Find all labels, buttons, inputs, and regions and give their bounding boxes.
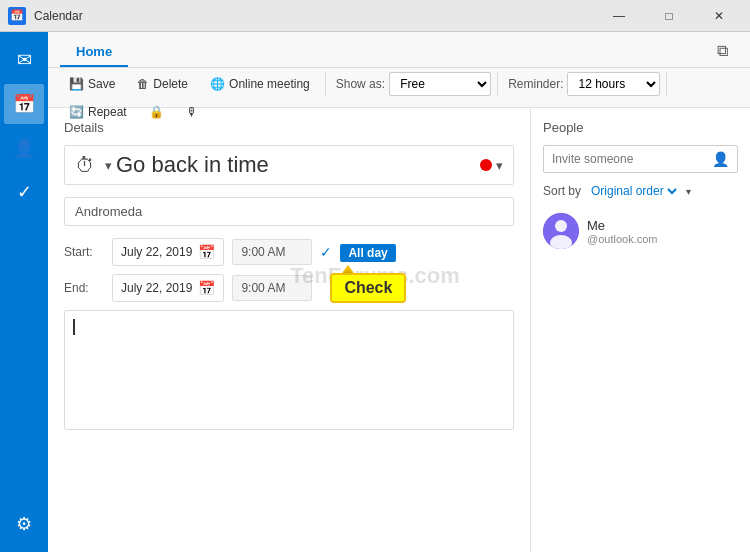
person-name-me: Me: [587, 218, 657, 233]
sidebar-item-mail[interactable]: ✉: [4, 40, 44, 80]
notes-area[interactable]: [64, 310, 514, 430]
show-as-label: Show as:: [336, 77, 385, 91]
end-date-picker[interactable]: July 22, 2019 📅: [112, 274, 224, 302]
app-container: ✉ 📅 👤 ✓ ⚙ Home ⧉ 💾 Save 🗑 D: [0, 32, 750, 552]
online-meeting-label: Online meeting: [229, 77, 310, 91]
toolbar: 💾 Save 🗑 Delete 🌐 Online meeting Show as…: [48, 68, 750, 108]
sidebar-item-people[interactable]: 👤: [4, 128, 44, 168]
show-as-select[interactable]: Free Busy Tentative Out of Office: [389, 72, 491, 96]
allday-label: All day: [340, 244, 395, 262]
app-icon: 📅: [8, 7, 26, 25]
start-date-value: July 22, 2019: [121, 245, 192, 259]
calendar-icon-start: 📅: [198, 244, 215, 260]
delete-icon: 🗑: [137, 77, 149, 91]
svg-point-1: [555, 220, 567, 232]
people-pane: People 👤 Sort by Original order Name ▾: [530, 108, 750, 552]
end-label: End:: [64, 281, 104, 295]
sidebar-item-calendar[interactable]: 📅: [4, 84, 44, 124]
maximize-button[interactable]: □: [646, 0, 692, 32]
invite-input[interactable]: [552, 152, 712, 166]
invite-field[interactable]: 👤: [543, 145, 738, 173]
online-meeting-icon: 🌐: [210, 77, 225, 91]
tabbar: Home ⧉: [48, 32, 750, 68]
separator-1: [325, 72, 326, 96]
person-email-me: @outlook.com: [587, 233, 657, 245]
calendar-icon-end: 📅: [198, 280, 215, 296]
window-controls: — □ ✕: [596, 0, 742, 32]
text-cursor: [73, 319, 75, 335]
content-area: Home ⧉ 💾 Save 🗑 Delete 🌐 Online meeting: [48, 32, 750, 552]
person-info-me: Me @outlook.com: [587, 218, 657, 245]
avatar-me: [543, 213, 579, 249]
minimize-button[interactable]: —: [596, 0, 642, 32]
allday-container: All day Check: [340, 245, 395, 260]
separator-2: [497, 72, 498, 96]
start-datetime-row: Start: July 22, 2019 📅 9:00 AM ✓ All day: [64, 238, 514, 266]
event-title[interactable]: Go back in time: [116, 152, 480, 178]
start-time-input[interactable]: 9:00 AM: [232, 239, 312, 265]
clock-icon: ⏱: [75, 154, 95, 177]
sort-label: Sort by: [543, 184, 581, 198]
end-time-input[interactable]: 9:00 AM: [232, 275, 312, 301]
status-dropdown-button[interactable]: ▾: [496, 158, 503, 173]
end-datetime-row: End: July 22, 2019 📅 9:00 AM: [64, 274, 514, 302]
event-icon-dropdown[interactable]: ▾: [101, 158, 116, 173]
check-mark: ✓: [320, 244, 332, 260]
event-title-row: ⏱ ▾ Go back in time ▾: [64, 145, 514, 185]
start-date-picker[interactable]: July 22, 2019 📅: [112, 238, 224, 266]
external-link-button[interactable]: ⧉: [706, 35, 738, 67]
details-pane: Details ⏱ ▾ Go back in time ▾ Start:: [48, 108, 530, 552]
chevron-down-icon: ▾: [686, 186, 691, 197]
tab-home[interactable]: Home: [60, 38, 128, 67]
reminder-select[interactable]: 12 hours None 15 minutes 1 hour: [567, 72, 660, 96]
app-title: Calendar: [34, 9, 596, 23]
save-button[interactable]: 💾 Save: [60, 72, 124, 96]
start-label: Start:: [64, 245, 104, 259]
end-date-value: July 22, 2019: [121, 281, 192, 295]
person-search-icon: 👤: [712, 151, 729, 167]
details-section-title: Details: [64, 120, 514, 135]
online-meeting-button[interactable]: 🌐 Online meeting: [201, 72, 319, 96]
save-label: Save: [88, 77, 115, 91]
save-icon: 💾: [69, 77, 84, 91]
check-tooltip: Check: [330, 273, 406, 303]
location-input[interactable]: [64, 197, 514, 226]
sidebar-item-tasks[interactable]: ✓: [4, 172, 44, 212]
delete-button[interactable]: 🗑 Delete: [128, 72, 197, 96]
sort-row: Sort by Original order Name ▾: [543, 183, 738, 199]
delete-label: Delete: [153, 77, 188, 91]
main-area: Details ⏱ ▾ Go back in time ▾ Start:: [48, 108, 750, 552]
separator-3: [666, 72, 667, 96]
people-section-title: People: [543, 120, 738, 135]
reminder-label: Reminder:: [508, 77, 563, 91]
sort-select[interactable]: Original order Name: [587, 183, 680, 199]
titlebar: 📅 Calendar — □ ✕: [0, 0, 750, 32]
person-item-me: Me @outlook.com: [543, 209, 738, 253]
close-button[interactable]: ✕: [696, 0, 742, 32]
status-dot: [480, 159, 492, 171]
tooltip-arrow: [342, 265, 354, 273]
sidebar-item-settings[interactable]: ⚙: [4, 504, 44, 544]
sidebar: ✉ 📅 👤 ✓ ⚙: [0, 32, 48, 552]
